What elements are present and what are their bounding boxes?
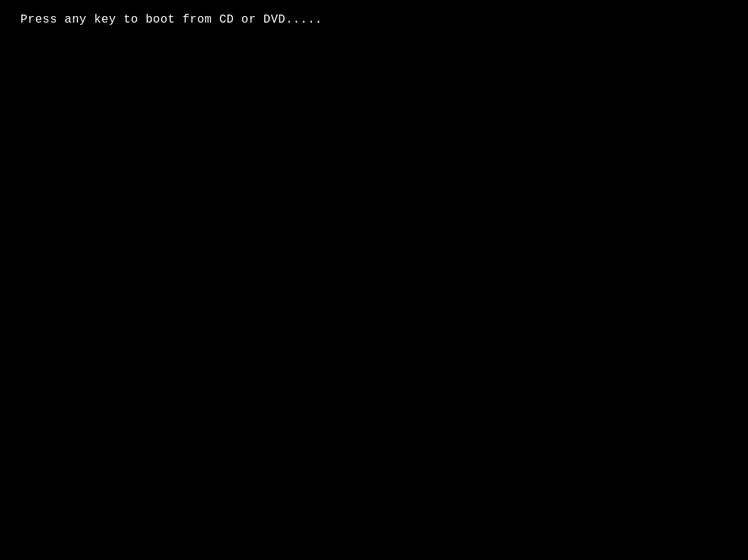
boot-message-text: Press any key to boot from CD or DVD....… xyxy=(20,13,322,26)
boot-screen: Press any key to boot from CD or DVD....… xyxy=(0,0,748,560)
